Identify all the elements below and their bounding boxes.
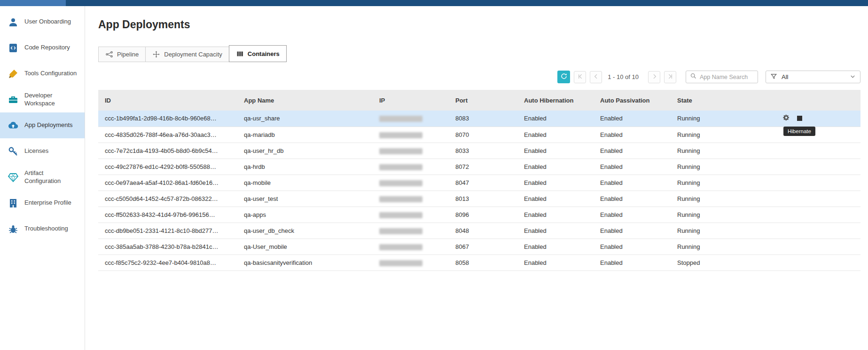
cell-auto-hibernation: Enabled — [517, 111, 594, 127]
sidebar-item-tools-configuration[interactable]: Tools Configuration — [0, 61, 85, 87]
cell-auto-hibernation: Enabled — [517, 223, 594, 239]
cell-id: ccc-c5050d64-1452-4c57-872b-086322… — [98, 191, 237, 207]
cell-auto-passivation: Enabled — [594, 207, 671, 223]
containers-table: ID App Name IP Port Auto Hibernation Aut… — [98, 90, 860, 271]
cell-auto-passivation: Enabled — [594, 159, 671, 175]
column-header-actions — [776, 90, 860, 111]
search-icon — [690, 72, 697, 81]
cell-app-name: qa-user_test — [237, 191, 373, 207]
ip-redacted-value — [379, 244, 422, 250]
cell-state: Running — [671, 223, 776, 239]
cell-auto-hibernation: Enabled — [517, 255, 594, 270]
table-row[interactable]: ccc-f85c75c2-9232-4ee7-b404-9810a8… qa-b… — [98, 255, 860, 270]
sidebar-item-label: Code Repository — [24, 44, 70, 52]
cell-ip — [373, 255, 449, 270]
sidebar-item-troubleshooting[interactable]: Troubleshooting — [0, 216, 85, 242]
pagination-range: 1 - 10 of 10 — [608, 73, 639, 80]
sidebar-item-code-repository[interactable]: Code Repository — [0, 35, 85, 61]
table-toolbar: 1 - 10 of 10 All — [98, 71, 860, 83]
table-row[interactable]: ccc-4835d026-788f-46ea-a76d-30aac3… qa-m… — [98, 127, 860, 143]
search-input[interactable] — [700, 74, 754, 80]
sidebar-item-artifact-configuration[interactable]: Artifact Configuration — [0, 164, 85, 190]
cell-id: ccc-4835d026-788f-46ea-a76d-30aac3… — [98, 127, 237, 143]
column-header-auto-passivation: Auto Passivation — [594, 90, 671, 111]
sidebar-item-developer-workspace[interactable]: Developer Workspace — [0, 87, 85, 112]
tab-label: Containers — [248, 50, 280, 57]
cell-id: ccc-0e97aea4-a5af-4102-86a1-fd60e16… — [98, 175, 237, 191]
ip-redacted-value — [379, 212, 422, 218]
cell-auto-passivation: Enabled — [594, 223, 671, 239]
capacity-arrows-icon — [152, 50, 160, 58]
cell-ip — [373, 191, 449, 207]
first-page-icon — [577, 73, 584, 81]
cell-auto-hibernation: Enabled — [517, 239, 594, 255]
tab-containers[interactable]: Containers — [229, 45, 287, 62]
app-name-search — [686, 71, 758, 83]
cell-state: Running — [671, 175, 776, 191]
cell-app-name: qa-apps — [237, 207, 373, 223]
cell-port: 8058 — [449, 255, 517, 270]
tab-pipeline[interactable]: Pipeline — [98, 47, 146, 62]
cell-state: Running — [671, 191, 776, 207]
table-row[interactable]: ccc-7e72c1da-4193-4b05-b8d0-6b9c54… qa-u… — [98, 143, 860, 159]
cell-state: Running — [671, 159, 776, 175]
cell-app-name: qa-user_db_check — [237, 223, 373, 239]
page-title: App Deployments — [98, 18, 860, 31]
cell-state: Running — [671, 111, 776, 127]
settings-gear-icon — [782, 114, 790, 123]
bug-icon — [8, 223, 19, 235]
cell-actions — [776, 143, 860, 159]
sidebar-item-user-onboarding[interactable]: User Onboarding — [0, 9, 85, 35]
cell-auto-hibernation: Enabled — [517, 143, 594, 159]
sidebar-item-label: User Onboarding — [24, 18, 71, 26]
tab-label: Deployment Capacity — [164, 51, 222, 58]
cell-auto-hibernation: Enabled — [517, 127, 594, 143]
top-bar-main-segment — [66, 0, 868, 6]
cell-ip — [373, 159, 449, 175]
column-header-app-name: App Name — [237, 90, 373, 111]
first-page-button[interactable] — [574, 71, 586, 83]
pipeline-icon — [105, 50, 113, 58]
sidebar-item-licenses[interactable]: Licenses — [0, 138, 85, 164]
row-hibernate-button[interactable] — [797, 116, 802, 121]
tab-deployment-capacity[interactable]: Deployment Capacity — [145, 47, 229, 62]
refresh-button[interactable] — [557, 71, 570, 83]
column-header-ip: IP — [373, 90, 449, 111]
cell-port: 8048 — [449, 223, 517, 239]
table-row[interactable]: ccc-ff502633-8432-41d4-97b6-996156… qa-a… — [98, 207, 860, 223]
table-row[interactable]: ccc-c5050d64-1452-4c57-872b-086322… qa-u… — [98, 191, 860, 207]
table-row[interactable]: ccc-0e97aea4-a5af-4102-86a1-fd60e16… qa-… — [98, 175, 860, 191]
cell-app-name: qa-User_mobile — [237, 239, 373, 255]
chevron-down-icon — [850, 73, 856, 81]
filter-selected-value: All — [782, 73, 788, 80]
sidebar-item-enterprise-profile[interactable]: Enterprise Profile — [0, 190, 85, 216]
cell-id: ccc-49c27876-ed1c-4292-b0f8-550588… — [98, 159, 237, 175]
cell-id: ccc-ff502633-8432-41d4-97b6-996156… — [98, 207, 237, 223]
tools-brush-icon — [8, 68, 19, 80]
next-page-button[interactable] — [648, 71, 660, 83]
cell-id: ccc-7e72c1da-4193-4b05-b8d0-6b9c54… — [98, 143, 237, 159]
table-row[interactable]: ccc-1b499fa1-2d98-416b-8c4b-960e68… qa-u… — [98, 111, 860, 127]
sidebar-item-app-deployments[interactable]: App Deployments — [0, 112, 85, 138]
sidebar-item-label: Enterprise Profile — [24, 199, 71, 207]
cell-ip — [373, 223, 449, 239]
last-page-button[interactable] — [664, 71, 676, 83]
last-page-icon — [667, 73, 674, 81]
cell-auto-passivation: Enabled — [594, 191, 671, 207]
table-row[interactable]: ccc-385aa5ab-3788-4230-b78a-b2841c… qa-U… — [98, 239, 860, 255]
tab-label: Pipeline — [117, 51, 139, 58]
table-row[interactable]: ccc-db9be051-2331-4121-8c10-8bd277… qa-u… — [98, 223, 860, 239]
cell-port: 8067 — [449, 239, 517, 255]
cell-actions — [776, 223, 860, 239]
cell-auto-hibernation: Enabled — [517, 175, 594, 191]
row-settings-button[interactable] — [782, 114, 790, 123]
previous-page-button[interactable] — [590, 71, 602, 83]
ip-redacted-value — [379, 164, 422, 170]
cell-auto-hibernation: Enabled — [517, 191, 594, 207]
table-row[interactable]: ccc-49c27876-ed1c-4292-b0f8-550588… qa-h… — [98, 159, 860, 175]
filter-dropdown[interactable]: All — [766, 71, 860, 83]
cell-port: 8047 — [449, 175, 517, 191]
refresh-icon — [560, 72, 568, 81]
hibernate-tooltip: Hibernate — [783, 127, 815, 136]
cell-ip — [373, 207, 449, 223]
